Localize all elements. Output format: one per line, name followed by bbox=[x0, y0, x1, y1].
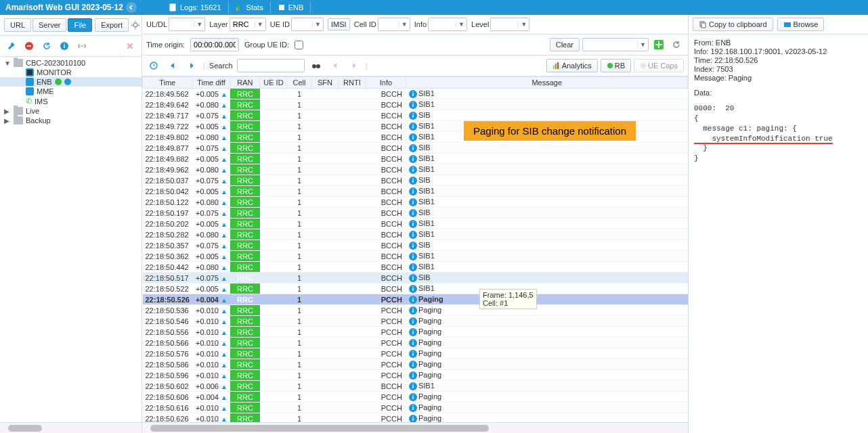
time-origin-input[interactable] bbox=[190, 38, 239, 51]
detail-from-label: From: bbox=[694, 39, 714, 47]
link-icon[interactable] bbox=[74, 39, 89, 53]
svg-rect-19 bbox=[701, 23, 706, 28]
info-icon: i bbox=[409, 90, 417, 98]
tree-item-ims[interactable]: ✆IMS bbox=[0, 96, 142, 106]
table-row[interactable]: 22:18:50.602+0.006 ▲RRC1BCCHiSIB1 bbox=[143, 381, 688, 392]
col-header[interactable]: UE ID bbox=[260, 77, 287, 89]
table-row[interactable]: 22:18:49.717+0.075 ▲RRC1BCCHiSIB bbox=[143, 110, 688, 121]
collapse-sidebar-icon[interactable] bbox=[126, 2, 137, 13]
search-next-icon[interactable] bbox=[347, 58, 362, 73]
detail-from: ENB bbox=[716, 39, 731, 47]
table-row[interactable]: 22:18:49.642+0.080 ▲RRC1BCCHiSIB1 bbox=[143, 99, 688, 110]
cellid-combo[interactable]: ▼ bbox=[378, 18, 410, 31]
table-row[interactable]: 22:18:50.517+0.075 ▲RRC1BCCHiSIB bbox=[143, 273, 688, 283]
url-button[interactable]: URL bbox=[4, 18, 31, 32]
tree-item-cbc-2023010100[interactable]: ▼CBC-2023010100 bbox=[0, 58, 142, 68]
clear-button[interactable]: Clear bbox=[550, 38, 580, 51]
table-row[interactable]: 22:18:49.882+0.005 ▲RRC1BCCHiSIB1 bbox=[143, 154, 688, 164]
refresh-icon[interactable] bbox=[39, 39, 54, 53]
table-row[interactable]: 22:18:50.566+0.010 ▲RRC1PCCHiPaging bbox=[143, 338, 688, 348]
server-button[interactable]: Server bbox=[32, 18, 66, 32]
table-row[interactable]: 22:18:50.037+0.075 ▲RRC1BCCHiSIB bbox=[143, 175, 688, 186]
tab-enb[interactable]: ENB bbox=[271, 1, 311, 14]
table-row[interactable]: 22:18:50.282+0.080 ▲RRC1BCCHiSIB1 bbox=[143, 229, 688, 240]
table-row[interactable]: 22:18:50.576+0.010 ▲RRC1PCCHiPaging bbox=[143, 348, 688, 359]
sidebar-hscroll[interactable] bbox=[0, 422, 142, 433]
folder-icon bbox=[14, 107, 23, 115]
settings-icon[interactable] bbox=[130, 18, 141, 32]
tree-item-backup[interactable]: ▶Backup bbox=[0, 116, 142, 125]
table-row[interactable]: 22:18:50.596+0.010 ▲RRC1PCCHiPaging bbox=[143, 370, 688, 381]
uldl-combo[interactable]: ▼ bbox=[169, 18, 205, 31]
table-row[interactable]: 22:18:49.562+0.005 ▲RRC1BCCHiSIB1 bbox=[143, 89, 688, 99]
up-arrow-icon: ▲ bbox=[221, 318, 227, 325]
tree-item-enb[interactable]: ENB bbox=[0, 77, 142, 87]
tree-arrow-icon: ▼ bbox=[4, 60, 11, 67]
table-row[interactable]: 22:18:50.122+0.080 ▲RRC1BCCHiSIB1 bbox=[143, 197, 688, 208]
browse-button[interactable]: Browse bbox=[777, 18, 825, 31]
table-row[interactable]: 22:18:49.962+0.080 ▲RRC1BCCHiSIB1 bbox=[143, 164, 688, 175]
level-combo[interactable]: ▼ bbox=[490, 18, 529, 31]
up-arrow-icon: ▲ bbox=[221, 286, 227, 293]
history-back-icon[interactable] bbox=[146, 58, 161, 73]
analytics-button[interactable]: Analytics bbox=[546, 59, 598, 72]
tree-item-live[interactable]: ▶Live bbox=[0, 106, 142, 116]
binoculars-icon[interactable] bbox=[309, 58, 324, 73]
col-header[interactable]: Cell bbox=[287, 77, 311, 89]
export-button[interactable]: Export bbox=[95, 18, 129, 32]
table-row[interactable]: 22:18:50.197+0.075 ▲RRC1BCCHiSIB bbox=[143, 208, 688, 219]
col-header[interactable]: Info bbox=[366, 77, 406, 89]
imsi-button[interactable]: IMSI bbox=[328, 18, 350, 30]
table-row[interactable]: 22:18:49.877+0.075 ▲RRC1BCCHiSIB bbox=[143, 143, 688, 154]
table-row[interactable]: 22:18:50.362+0.005 ▲RRC1BCCHiSIB1 bbox=[143, 251, 688, 262]
stop-icon[interactable] bbox=[22, 39, 37, 53]
wrench-icon[interactable] bbox=[4, 39, 19, 53]
table-row[interactable]: 22:18:50.536+0.010 ▲RRC1PCCHiPaging bbox=[143, 305, 688, 316]
clear-combo[interactable]: ▼ bbox=[582, 38, 649, 51]
table-row[interactable]: 22:18:50.526+0.004 ▲RRC1PCCHiPaging bbox=[143, 294, 688, 305]
tree-item-monitor[interactable]: MONITOR bbox=[0, 68, 142, 77]
info-combo[interactable]: ▼ bbox=[428, 18, 467, 31]
col-header[interactable]: Time bbox=[143, 77, 192, 89]
col-header[interactable]: RAN bbox=[230, 77, 260, 89]
prev-icon[interactable] bbox=[165, 58, 180, 73]
group-ueid-checkbox[interactable] bbox=[295, 41, 303, 49]
table-row[interactable]: 22:18:50.202+0.005 ▲RRC1BCCHiSIB1 bbox=[143, 219, 688, 229]
next-icon[interactable] bbox=[184, 58, 199, 73]
file-button[interactable]: File bbox=[68, 18, 92, 32]
table-row[interactable]: 22:18:50.546+0.010 ▲RRC1PCCHiPaging bbox=[143, 316, 688, 327]
uecaps-button[interactable]: UE Caps bbox=[634, 59, 684, 72]
ueid-combo[interactable]: ▼ bbox=[291, 18, 324, 31]
table-row[interactable]: 22:18:50.586+0.010 ▲RRC1PCCHiPaging bbox=[143, 359, 688, 370]
table-row[interactable]: 22:18:50.042+0.005 ▲RRC1BCCHiSIB1 bbox=[143, 186, 688, 197]
table-row[interactable]: 22:18:50.606+0.004 ▲RRC1PCCHiPaging bbox=[143, 392, 688, 403]
add-icon[interactable] bbox=[651, 37, 666, 52]
table-row[interactable]: 22:18:50.357+0.075 ▲RRC1BCCHiSIB bbox=[143, 240, 688, 251]
search-prev-icon[interactable] bbox=[328, 58, 343, 73]
col-header[interactable]: SFN bbox=[311, 77, 339, 89]
layer-combo[interactable]: ▼ bbox=[230, 18, 266, 31]
table-row[interactable]: 22:18:50.522+0.005 ▲RRC1BCCHiSIB1 bbox=[143, 283, 688, 294]
reload-icon[interactable] bbox=[669, 37, 684, 52]
tab-stats[interactable]: Stats bbox=[229, 1, 271, 14]
log-table-container[interactable]: TimeTime diffRANUE IDCellSFNRNTIInfoMess… bbox=[142, 76, 688, 422]
copy-button[interactable]: Copy to clipboard bbox=[693, 18, 773, 31]
svg-rect-3 bbox=[240, 4, 242, 11]
center-hscroll[interactable] bbox=[142, 422, 688, 433]
rb-button[interactable]: RB bbox=[601, 59, 631, 72]
close-icon[interactable]: ✕ bbox=[123, 39, 137, 53]
table-row[interactable]: 22:18:50.626+0.010 ▲RRC1PCCHiPaging bbox=[143, 413, 688, 423]
search-input[interactable] bbox=[237, 59, 305, 72]
uldl-label: UL/DL bbox=[146, 20, 167, 28]
table-row[interactable]: 22:18:50.442+0.080 ▲RRC1BCCHiSIB1 bbox=[143, 262, 688, 273]
col-header[interactable]: RNTI bbox=[339, 77, 366, 89]
table-row[interactable]: 22:18:50.556+0.010 ▲RRC1PCCHiPaging bbox=[143, 327, 688, 338]
search-label: Search bbox=[209, 62, 233, 70]
table-row[interactable]: 22:18:50.616+0.010 ▲RRC1PCCHiPaging bbox=[143, 403, 688, 413]
col-header[interactable]: Time diff bbox=[192, 77, 230, 89]
col-header[interactable]: Message bbox=[406, 77, 688, 89]
phone-icon: ✆ bbox=[26, 97, 32, 106]
info-icon[interactable]: i bbox=[57, 39, 72, 53]
tree-item-mme[interactable]: MME bbox=[0, 87, 142, 96]
tab-logs[interactable]: Logs: 15621 bbox=[162, 1, 229, 14]
